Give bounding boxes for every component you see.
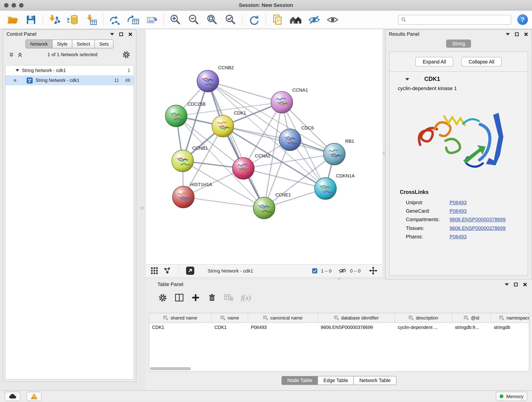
network-collection-row[interactable]: String Network - cdk1 1 — [6, 65, 133, 75]
panel-menu-icon[interactable] — [110, 33, 114, 35]
show-all-button[interactable] — [324, 12, 341, 27]
panel-close-icon[interactable] — [128, 32, 133, 36]
refresh-button[interactable] — [245, 12, 262, 27]
tab-select[interactable]: Select — [72, 40, 95, 49]
horizontal-scrollbar[interactable] — [150, 367, 528, 370]
tab-network-table[interactable]: Network Table — [354, 376, 396, 385]
table-cell[interactable]: 9606.ENSP00000378699 — [318, 323, 395, 332]
crosslink-value-link[interactable]: 9606.ENSP00000378699 — [450, 225, 506, 230]
export-network-icon[interactable] — [186, 266, 195, 275]
panel-close-icon[interactable] — [524, 32, 528, 36]
collapse-all-button[interactable]: Collapse All — [462, 57, 501, 66]
tab-string[interactable]: String — [446, 40, 471, 48]
memory-button[interactable]: Memory — [496, 392, 527, 401]
import-network-file-button[interactable] — [46, 12, 63, 27]
help-button[interactable]: ? — [517, 14, 528, 25]
network-node-CCNB2[interactable] — [197, 70, 219, 92]
refresh-icon — [248, 13, 260, 26]
search-input[interactable] — [408, 17, 508, 22]
grid-view-icon[interactable] — [151, 267, 158, 274]
network-node-CDC25B[interactable] — [165, 105, 187, 127]
table-cell[interactable]: P06493 — [248, 323, 318, 332]
network-node-CCNB1[interactable] — [172, 150, 194, 172]
network-canvas[interactable]: CCNB2CCNA1CDC25BCDK1CDC6RB1CCNB1CCNA2CDK… — [146, 29, 382, 264]
title-bar[interactable]: Session: New Session — [0, 0, 532, 11]
tab-node-table[interactable]: Node Table — [282, 376, 318, 385]
network-home-button[interactable] — [287, 12, 304, 27]
open-session-button[interactable] — [4, 12, 21, 27]
table-cell[interactable]: stringdb:9... — [452, 323, 491, 332]
network-node-CDK1[interactable] — [212, 115, 234, 137]
network-view[interactable]: CCNB2CCNA1CDC25BCDK1CDC6RB1CCNB1CCNA2CDK… — [146, 29, 382, 277]
panel-float-icon[interactable] — [515, 32, 519, 36]
table-cell[interactable]: stringdb — [491, 323, 529, 332]
add-column-icon[interactable] — [191, 293, 200, 302]
zoom-out-button[interactable] — [185, 12, 202, 27]
birdseye-view-icon[interactable] — [164, 267, 171, 274]
expand-all-icon[interactable] — [17, 51, 23, 57]
warnings-button[interactable] — [27, 392, 41, 401]
network-node-HIST1H1A[interactable] — [172, 186, 194, 208]
copy-document-button[interactable] — [269, 12, 286, 27]
column-header-canonical-name[interactable]: canonical name — [248, 313, 318, 322]
crosslink-value-link[interactable]: P06493 — [450, 200, 467, 205]
delete-column-icon[interactable] — [208, 293, 216, 302]
import-table-button[interactable] — [83, 12, 100, 27]
tab-style[interactable]: Style — [52, 40, 72, 49]
tab-sets[interactable]: Sets — [94, 40, 114, 49]
houses-icon — [289, 13, 303, 26]
column-header-shared-name[interactable]: shared name — [149, 313, 212, 322]
network-node-CDC6[interactable] — [279, 129, 301, 151]
network-node-CDKN1A[interactable] — [315, 178, 336, 199]
panel-menu-icon[interactable] — [505, 283, 509, 285]
tab-network[interactable]: Network — [25, 40, 52, 49]
hide-selected-button[interactable] — [306, 12, 323, 27]
panel-float-icon[interactable] — [119, 32, 123, 36]
panel-menu-icon[interactable] — [506, 33, 510, 35]
zoom-in-icon — [169, 13, 181, 26]
entry-collapse-icon[interactable] — [405, 78, 409, 80]
network-node-CCNA1[interactable] — [271, 91, 293, 113]
zoom-fit-button[interactable] — [203, 12, 220, 27]
new-network-button[interactable] — [106, 12, 123, 27]
table-cell[interactable]: cyclin-dependent ... — [395, 323, 452, 332]
save-session-button[interactable] — [22, 12, 39, 27]
table-cell[interactable]: CDK1 — [149, 323, 212, 332]
column-header-database-identifier[interactable]: database identifier — [318, 313, 395, 322]
expand-all-button[interactable]: Expand All — [416, 57, 453, 66]
new-network-from-table-button[interactable] — [125, 12, 142, 27]
left-splitter-handle[interactable] — [141, 206, 144, 210]
crosslink-value-link[interactable]: 9606.ENSP00000378699 — [450, 217, 506, 222]
collapse-all-icon[interactable] — [8, 51, 14, 57]
column-header--id[interactable]: @id — [452, 313, 491, 322]
memory-label: Memory — [506, 394, 524, 399]
table-row[interactable]: CDK1CDK1P064939606.ENSP00000378699cyclin… — [149, 323, 529, 332]
column-header-name[interactable]: name — [212, 313, 248, 322]
search-field[interactable] — [398, 15, 511, 25]
crosslink-value-link[interactable]: P06493 — [450, 234, 467, 239]
column-header-description[interactable]: description — [395, 313, 452, 322]
zoom-in-button[interactable] — [167, 12, 184, 27]
panel-float-icon[interactable] — [514, 282, 518, 286]
panel-close-icon[interactable] — [523, 282, 527, 287]
gear-icon[interactable] — [122, 50, 131, 59]
network-node-RB1[interactable] — [323, 143, 345, 165]
pan-crosshair-icon[interactable] — [369, 266, 378, 275]
scrollbar-thumb[interactable] — [150, 367, 191, 370]
crosslink-value-link[interactable]: P06493 — [450, 208, 467, 214]
table-settings-gear-icon[interactable] — [158, 293, 167, 302]
selected-checkbox-icon[interactable] — [312, 268, 317, 274]
zoom-selected-button[interactable] — [222, 12, 239, 27]
network-row[interactable]: String Network - cdk1 1148 — [6, 75, 133, 85]
import-network-database-button[interactable] — [64, 12, 81, 27]
network-node-CCNE1[interactable] — [253, 197, 275, 219]
column-header-namespace[interactable]: namespace — [491, 313, 529, 322]
tree-expand-icon[interactable] — [16, 69, 19, 71]
tab-edge-table[interactable]: Edge Table — [317, 376, 354, 385]
export-image-button[interactable] — [143, 12, 160, 27]
table-cell[interactable]: CDK1 — [212, 323, 248, 332]
hidden-eye-icon[interactable] — [338, 268, 347, 274]
network-node-CCNA2[interactable] — [232, 157, 254, 179]
cloud-status-button[interactable] — [5, 392, 20, 401]
show-columns-icon[interactable] — [175, 293, 184, 302]
